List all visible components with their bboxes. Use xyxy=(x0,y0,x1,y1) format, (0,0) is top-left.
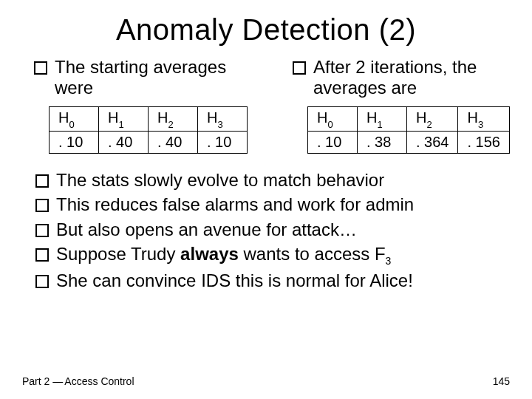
right-lead-text: After 2 iterations, the averages are xyxy=(313,57,510,98)
bullet-text: Suppose Trudy always wants to access F3 xyxy=(56,242,391,267)
slide-root: Anomaly Detection (2) The starting avera… xyxy=(0,0,532,399)
table-header-cell: H0 xyxy=(308,107,358,132)
footer-part: Access Control xyxy=(62,375,134,387)
bullet-square-icon xyxy=(35,224,49,237)
table-start: H0 H1 H2 H3 . 10 . 40 . 40 . 10 xyxy=(49,106,248,154)
table-row: . 10 . 38 . 364 . 156 xyxy=(308,132,510,154)
table-cell: . 10 xyxy=(50,132,99,154)
bullet-bold: always xyxy=(180,244,239,264)
table-header-cell: H2 xyxy=(149,107,198,132)
bullet-square-icon xyxy=(35,199,49,212)
table-row: H0 H1 H2 H3 xyxy=(50,107,248,132)
right-column: After 2 iterations, the averages are H0 … xyxy=(281,57,510,154)
list-item: This reduces false alarms and work for a… xyxy=(35,193,510,216)
bullet-text: This reduces false alarms and work for a… xyxy=(56,193,414,216)
table-row: H0 H1 H2 H3 xyxy=(308,107,510,132)
slide-footer: Part 2 — Access Control 145 xyxy=(22,375,510,387)
table-row: . 10 . 40 . 40 . 10 xyxy=(50,132,248,154)
left-lead: The starting averages were xyxy=(34,57,251,98)
bullet-symbol: F3 xyxy=(375,244,391,264)
table-cell: . 10 xyxy=(308,132,358,154)
list-item: But also opens an avenue for attack… xyxy=(35,218,510,241)
list-item: The stats slowly evolve to match behavio… xyxy=(35,168,510,191)
table-cell: . 38 xyxy=(358,132,407,154)
bullet-square-icon xyxy=(35,248,49,262)
table-cell: . 156 xyxy=(458,132,509,154)
table-header-cell: H2 xyxy=(407,107,458,132)
table-header-cell: H0 xyxy=(50,107,99,132)
slide-title: Anomaly Detection (2) xyxy=(22,13,510,47)
table-cell: . 40 xyxy=(99,132,149,154)
table-header-cell: H1 xyxy=(99,107,149,132)
bullet-square-icon xyxy=(35,174,49,188)
table-after: H0 H1 H2 H3 . 10 . 38 . 364 . 156 xyxy=(307,106,510,154)
bullet-sub: 3 xyxy=(386,255,392,267)
footer-part: Part 2 xyxy=(22,375,52,387)
bullet-text-part: Suppose Trudy xyxy=(56,244,180,264)
two-column-row: The starting averages were H0 H1 H2 H3 .… xyxy=(22,57,510,154)
bullet-square-icon xyxy=(35,275,49,288)
right-lead: After 2 iterations, the averages are xyxy=(293,57,510,98)
bullet-text: She can convince IDS this is normal for … xyxy=(56,269,413,292)
table-header-cell: H1 xyxy=(358,107,407,132)
footer-left: Part 2 — Access Control xyxy=(22,375,134,387)
left-lead-text: The starting averages were xyxy=(55,57,251,98)
bullet-list: The stats slowly evolve to match behavio… xyxy=(35,168,510,292)
bullet-text: But also opens an avenue for attack… xyxy=(56,218,357,241)
bullet-f: F xyxy=(375,244,386,264)
left-column: The starting averages were H0 H1 H2 H3 .… xyxy=(22,57,251,154)
list-item: She can convince IDS this is normal for … xyxy=(35,269,510,292)
footer-dash: — xyxy=(52,375,62,387)
table-cell: . 364 xyxy=(407,132,458,154)
bullet-square-icon xyxy=(293,61,306,75)
footer-page-number: 145 xyxy=(493,375,510,387)
table-cell: . 40 xyxy=(149,132,198,154)
table-header-cell: H3 xyxy=(198,107,248,132)
table-cell: . 10 xyxy=(198,132,248,154)
bullet-square-icon xyxy=(34,61,47,75)
bullet-text: The stats slowly evolve to match behavio… xyxy=(56,168,384,191)
table-header-cell: H3 xyxy=(458,107,509,132)
bullet-text-part: wants to access xyxy=(239,244,375,264)
list-item: Suppose Trudy always wants to access F3 xyxy=(35,242,510,267)
